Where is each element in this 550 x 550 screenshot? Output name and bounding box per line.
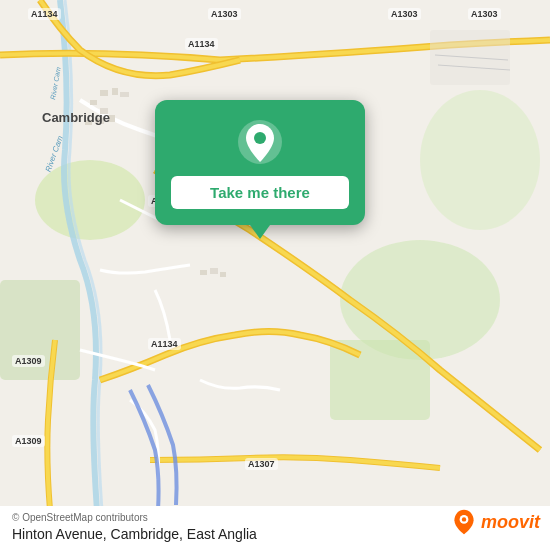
road-label-a1134-bot: A1134: [148, 338, 181, 350]
road-label-a1134-mid: A1134: [185, 38, 218, 50]
road-label-a1309-2: A1309: [12, 435, 45, 447]
location-pin-icon: [236, 118, 284, 166]
road-label-a1307-bot: A1307: [245, 458, 278, 470]
road-label-a1303-fr: A1303: [468, 8, 501, 20]
popup-card: Take me there: [155, 100, 365, 225]
road-label-a1134-tl: A1134: [28, 8, 61, 20]
svg-rect-20: [200, 270, 207, 275]
svg-rect-10: [120, 92, 129, 97]
svg-point-4: [420, 90, 540, 230]
road-label-a1309-1: A1309: [12, 355, 45, 367]
svg-point-27: [254, 132, 266, 144]
road-label-a1303-tr: A1303: [388, 8, 421, 20]
svg-rect-21: [210, 268, 218, 274]
map-container: River Cam River Cam: [0, 0, 550, 550]
take-me-there-button[interactable]: Take me there: [171, 176, 349, 209]
svg-rect-9: [112, 88, 118, 95]
moovit-text: moovit: [481, 512, 540, 533]
svg-rect-22: [220, 272, 226, 277]
moovit-pin-icon: [450, 508, 478, 536]
svg-rect-8: [100, 90, 108, 96]
moovit-logo: moovit: [450, 508, 540, 536]
cambridge-label: Cambridge: [42, 110, 110, 125]
svg-rect-11: [90, 100, 97, 105]
road-label-a1303-tm: A1303: [208, 8, 241, 20]
svg-point-29: [462, 517, 466, 521]
